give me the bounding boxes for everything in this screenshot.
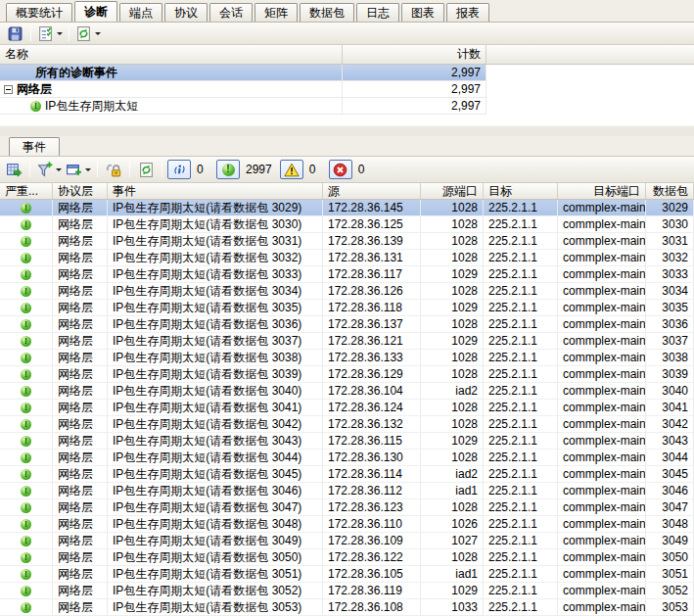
tab-events[interactable]: 事件 xyxy=(9,137,60,156)
diagnosis-settings-button[interactable] xyxy=(36,24,64,43)
refresh-page-icon xyxy=(75,25,92,42)
main-tab[interactable]: 报表 xyxy=(446,3,489,22)
green-ball-icon xyxy=(21,219,31,230)
target-port-cell: commplex-main xyxy=(558,416,646,432)
main-tab[interactable]: 矩阵 xyxy=(254,3,298,22)
target-cell: 225.2.1.1 xyxy=(484,366,558,382)
tree-column-count[interactable]: 计数 xyxy=(343,45,486,64)
tree-row-all-events[interactable]: 所有的诊断事件 2,997 xyxy=(0,65,486,81)
event-row[interactable]: 网络层 IP包生存周期太短(请看数据包 3031) 172.28.36.139 … xyxy=(0,233,694,250)
event-cell: IP包生存周期太短(请看数据包 3031) xyxy=(108,233,323,249)
column-event[interactable]: 事件 xyxy=(108,183,323,199)
packet-cell: 3049 xyxy=(646,533,694,548)
column-packet[interactable]: 数据包 xyxy=(646,183,694,199)
dropdown-arrow-icon xyxy=(57,32,63,38)
main-tab[interactable]: 会话 xyxy=(209,3,253,22)
warning-events-toggle[interactable] xyxy=(280,160,303,179)
protocol-layer-cell: 网络层 xyxy=(53,433,108,449)
window-button[interactable] xyxy=(65,160,92,179)
source-port-cell: 1029 xyxy=(421,266,484,282)
event-row[interactable]: 网络层 IP包生存周期太短(请看数据包 3044) 172.28.36.130 … xyxy=(0,450,694,466)
event-row[interactable]: 网络层 IP包生存周期太短(请看数据包 3046) 172.28.36.112 … xyxy=(0,483,694,499)
main-tab-label: 概要统计 xyxy=(16,6,63,20)
severity-cell xyxy=(0,200,53,215)
packet-cell: 3045 xyxy=(646,466,694,482)
collapse-expander-icon[interactable] xyxy=(4,85,13,94)
tree-row-network-layer[interactable]: 网络层 2,997 xyxy=(0,81,486,98)
event-row[interactable]: 网络层 IP包生存周期太短(请看数据包 3050) 172.28.36.122 … xyxy=(0,549,694,566)
event-row[interactable]: 网络层 IP包生存周期太短(请看数据包 3043) 172.28.36.115 … xyxy=(0,433,694,450)
column-target[interactable]: 目标 xyxy=(484,183,558,199)
event-row[interactable]: 网络层 IP包生存周期太短(请看数据包 3030) 172.28.36.125 … xyxy=(0,216,694,233)
event-cell: IP包生存周期太短(请看数据包 3040) xyxy=(108,383,323,399)
information-events-toggle[interactable] xyxy=(167,160,191,179)
grid-arrow-icon xyxy=(6,162,23,178)
green-ball-icon xyxy=(21,353,31,363)
error-events-toggle[interactable] xyxy=(329,160,352,179)
main-tab[interactable]: 诊断 xyxy=(74,1,117,22)
event-row[interactable]: 网络层 IP包生存周期太短(请看数据包 3029) 172.28.36.145 … xyxy=(0,200,694,216)
toolbar-separator xyxy=(29,162,30,177)
target-port-cell: commplex-main xyxy=(558,200,646,215)
main-tab[interactable]: 概要统计 xyxy=(6,3,72,22)
event-cell: IP包生存周期太短(请看数据包 3032) xyxy=(108,250,323,265)
save-button[interactable] xyxy=(4,24,25,43)
tree-column-name[interactable]: 名称 xyxy=(0,45,343,64)
source-port-cell: 1028 xyxy=(421,283,484,299)
source-cell: 172.28.36.139 xyxy=(323,233,421,249)
event-row[interactable]: 网络层 IP包生存周期太短(请看数据包 3045) 172.28.36.114 … xyxy=(0,466,694,483)
event-row[interactable]: 网络层 IP包生存周期太短(请看数据包 3037) 172.28.36.121 … xyxy=(0,333,694,350)
event-row[interactable]: 网络层 IP包生存周期太短(请看数据包 3048) 172.28.36.110 … xyxy=(0,516,694,533)
refresh-events-button[interactable] xyxy=(135,160,157,179)
column-source-port[interactable]: 源端口 xyxy=(421,183,484,199)
lock-button[interactable] xyxy=(103,160,124,179)
event-row[interactable]: 网络层 IP包生存周期太短(请看数据包 3036) 172.28.36.137 … xyxy=(0,316,694,333)
tree-header: 名称 计数 xyxy=(0,45,694,65)
column-protocol-layer[interactable]: 协议层 xyxy=(53,183,108,199)
target-port-cell: commplex-main xyxy=(558,450,646,465)
column-target-port[interactable]: 目标端口 xyxy=(558,183,646,199)
main-tab[interactable]: 数据包 xyxy=(300,3,354,22)
normal-events-toggle[interactable] xyxy=(216,160,240,179)
main-tab[interactable]: 端点 xyxy=(119,3,162,22)
severity-cell xyxy=(0,483,53,498)
event-row[interactable]: 网络层 IP包生存周期太短(请看数据包 3039) 172.28.36.129 … xyxy=(0,366,694,383)
event-row[interactable]: 网络层 IP包生存周期太短(请看数据包 3041) 172.28.36.124 … xyxy=(0,400,694,416)
source-port-cell: 1029 xyxy=(421,433,484,449)
error-events-count: 0 xyxy=(354,163,376,176)
main-tab[interactable]: 图表 xyxy=(401,3,444,22)
event-row[interactable]: 网络层 IP包生存周期太短(请看数据包 3040) 172.28.36.104 … xyxy=(0,383,694,400)
event-row[interactable]: 网络层 IP包生存周期太短(请看数据包 3034) 172.28.36.126 … xyxy=(0,283,694,300)
green-ball-icon xyxy=(21,303,31,313)
severity-cell xyxy=(0,333,53,349)
event-row[interactable]: 网络层 IP包生存周期太短(请看数据包 3042) 172.28.36.132 … xyxy=(0,416,694,433)
event-row[interactable]: 网络层 IP包生存周期太短(请看数据包 3035) 172.28.36.118 … xyxy=(0,300,694,316)
checklist-icon xyxy=(37,25,54,42)
event-row[interactable]: 网络层 IP包生存周期太短(请看数据包 3038) 172.28.36.133 … xyxy=(0,350,694,366)
packet-cell: 3043 xyxy=(646,433,694,449)
packet-cell: 3050 xyxy=(646,549,694,565)
protocol-layer-cell: 网络层 xyxy=(53,283,108,299)
refresh-button[interactable] xyxy=(74,24,102,43)
column-severity[interactable]: 严重... xyxy=(0,183,53,199)
tree-row-ip-ttl[interactable]: IP包生存周期太短 2,997 xyxy=(0,98,486,115)
source-cell: 172.28.36.122 xyxy=(323,549,421,565)
locate-packet-button[interactable] xyxy=(3,160,24,179)
main-tab[interactable]: 日志 xyxy=(356,3,399,22)
source-port-cell: 1029 xyxy=(421,300,484,315)
event-row[interactable]: 网络层 IP包生存周期太短(请看数据包 3049) 172.28.36.109 … xyxy=(0,533,694,549)
target-cell: 225.2.1.1 xyxy=(484,433,558,449)
panel-splitter[interactable] xyxy=(0,125,694,136)
main-tab[interactable]: 协议 xyxy=(164,3,208,22)
target-port-cell: commplex-main xyxy=(558,499,646,515)
event-row[interactable]: 网络层 IP包生存周期太短(请看数据包 3053) 172.28.36.108 … xyxy=(0,599,694,616)
column-source[interactable]: 源 xyxy=(323,183,421,199)
event-row[interactable]: 网络层 IP包生存周期太短(请看数据包 3052) 172.28.36.119 … xyxy=(0,583,694,599)
target-port-cell: commplex-main xyxy=(558,366,646,382)
filter-button[interactable] xyxy=(35,160,63,179)
event-row[interactable]: 网络层 IP包生存周期太短(请看数据包 3047) 172.28.36.123 … xyxy=(0,499,694,516)
event-row[interactable]: 网络层 IP包生存周期太短(请看数据包 3033) 172.28.36.117 … xyxy=(0,266,694,283)
dropdown-arrow-icon xyxy=(56,168,62,174)
event-row[interactable]: 网络层 IP包生存周期太短(请看数据包 3032) 172.28.36.131 … xyxy=(0,250,694,266)
event-row[interactable]: 网络层 IP包生存周期太短(请看数据包 3051) 172.28.36.105 … xyxy=(0,566,694,583)
